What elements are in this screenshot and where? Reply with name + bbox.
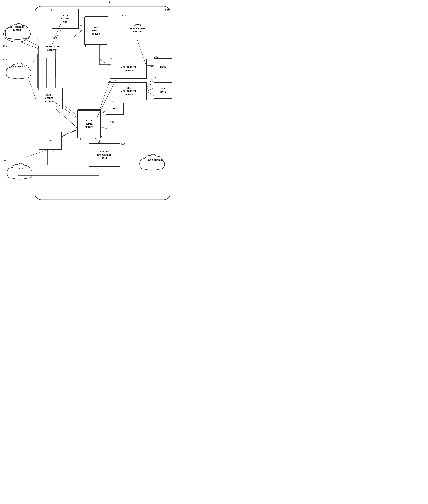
media-translation-ref: 125 [122, 14, 126, 17]
ip-network-left-cloud [3, 57, 31, 82]
sgf-box: SGF [39, 132, 62, 150]
video-media-server-box: VIDEOMEDIASERVER [84, 17, 107, 45]
voice-media-server-box: VOICEMEDIASERVER [77, 110, 101, 138]
tts-ref: 132 [110, 121, 114, 124]
system-management-unit-ref: 165 [121, 143, 125, 146]
wireless-network-ref: 135 [3, 45, 7, 48]
svg-line-43 [70, 28, 85, 40]
pstn-label: PSTN [10, 168, 31, 171]
pstn-ref: 137 [4, 159, 8, 161]
ip-network-left-ref: 136 [3, 58, 7, 61]
wireless-network-label: 3G WIRELESSNETWORK [3, 26, 31, 32]
voice-media-server-ref: 130 [77, 138, 82, 141]
web-application-server-ref: 155 [107, 81, 112, 83]
ngms-box: NGMS [154, 58, 172, 76]
application-server-box: APPLICATIONSERVER [111, 59, 147, 79]
svg-line-49 [147, 66, 154, 67]
svg-line-52 [147, 88, 154, 91]
ngms-ref: 160 [154, 56, 158, 58]
voip-ref: 115 [49, 9, 53, 12]
transcoding-gateway-ref: 110 [53, 37, 57, 39]
gatekeeper-proxy-box: GATE-KEEPEROR PROXY [36, 88, 63, 109]
fax-store-box: FAXSTORE [154, 82, 172, 99]
media-translation-system-box: MEDIATRANSLATIONSYSTEM [122, 17, 153, 40]
web-application-server-box: WEBAPPLICATIONSERVER [111, 82, 147, 100]
main-ref: 100 [165, 9, 170, 12]
pstn-cloud [4, 158, 34, 185]
voip-access-point-box: VOIPACCESSPOINT [52, 9, 79, 29]
transcoding-gateway-box: TRANSCODINGGATEWAY [38, 39, 66, 58]
system-management-unit-box: SYSTEMMANAGEMENTUNIT [89, 143, 120, 167]
ip-network-right-cloud [136, 149, 168, 176]
svg-line-59 [25, 150, 48, 158]
svg-line-61 [95, 138, 99, 143]
application-server-ref: 150 [107, 57, 112, 60]
ip-network-left-label: IP Network [5, 65, 30, 68]
svg-line-47 [100, 59, 111, 67]
svg-line-58 [62, 129, 78, 136]
ip-network-right-label: IP Network [141, 159, 168, 162]
sgf-ref: 122 [50, 150, 54, 153]
video-media-server-ref: 120 [82, 45, 86, 48]
svg-line-51 [147, 75, 154, 88]
asr-ref: 131 [110, 100, 114, 103]
asr-box: ASR [106, 103, 123, 115]
diagram-container: 3G WIRELESSNETWORK 135 IP Network 136 PS… [0, 0, 179, 211]
tts-box: TTS [106, 0, 110, 4]
